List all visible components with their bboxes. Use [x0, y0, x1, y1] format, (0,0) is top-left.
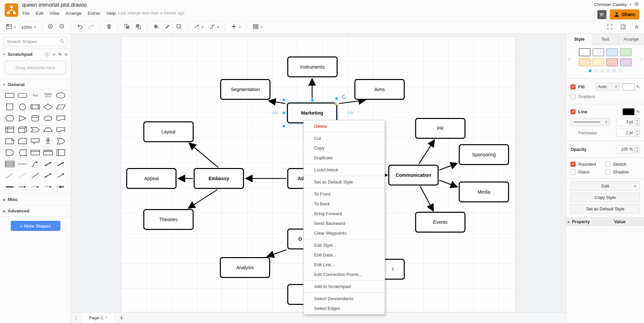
shape-trapezoid[interactable] [42, 126, 54, 134]
line-style-select[interactable]: ▼ [571, 118, 610, 126]
perimeter-stepper[interactable]: ▲▼ [635, 129, 640, 137]
style-preset-3[interactable] [606, 48, 618, 56]
shape-cube[interactable] [16, 126, 29, 134]
shape-or[interactable] [54, 137, 67, 145]
scratchpad-drop-zone[interactable]: Drag elements here [5, 60, 66, 75]
line-width-stepper[interactable]: ▲▼ [635, 118, 640, 126]
shape-step[interactable] [29, 126, 42, 134]
context-menu-item-add-to-scratchpad[interactable]: Add to Scratchpad [304, 282, 385, 291]
set-as-default-style-button[interactable]: Set as Default Style [571, 204, 640, 213]
tab-text[interactable]: Text [592, 34, 618, 44]
shape-callout[interactable] [29, 137, 42, 145]
shadow-button[interactable] [174, 22, 184, 32]
shape-diamond[interactable] [42, 103, 54, 111]
shape-bidirectional-arrow[interactable] [42, 160, 54, 168]
context-menu-item-copy[interactable]: Copy [304, 143, 385, 153]
diagram-node-analysis[interactable]: Analysis [220, 257, 270, 278]
fill-color-swatch[interactable] [623, 83, 635, 90]
context-menu-item-clear-waypoints[interactable]: Clear Waypoints [304, 228, 385, 238]
context-menu-item-delete[interactable]: Delete [304, 121, 385, 131]
line-checkbox[interactable] [571, 109, 576, 114]
advanced-section-header[interactable]: ▶ Advanced [0, 205, 71, 216]
comments-icon[interactable] [597, 10, 606, 19]
shape-cylinder[interactable] [29, 114, 42, 122]
context-menu-item-cut[interactable]: Cut [304, 133, 385, 143]
menu-view[interactable]: View [47, 10, 62, 17]
preset-page-dot-4[interactable] [607, 69, 610, 72]
diagram-node-events[interactable]: Events [415, 212, 465, 233]
edge-handle-icon[interactable] [282, 98, 286, 102]
context-menu-item-edit-style[interactable]: Edit Style... [304, 240, 385, 250]
add-page-icon[interactable]: + [115, 313, 128, 323]
format-panel-button[interactable] [618, 23, 628, 32]
fill-checkbox[interactable] [571, 84, 576, 89]
edit-button[interactable]: Edit▼ [571, 181, 640, 191]
pages-menu-icon[interactable]: ⋮ [71, 313, 81, 323]
shape-arrow[interactable] [54, 160, 67, 168]
menu-arrange[interactable]: Arrange [62, 10, 85, 17]
diagram-node-theories[interactable]: Theories [143, 209, 194, 230]
context-menu-item-duplicate[interactable]: Duplicate [304, 153, 385, 163]
shape-cloud[interactable] [42, 114, 54, 122]
direction-arrow-icon[interactable] [271, 110, 279, 117]
shape-link[interactable] [3, 183, 16, 191]
context-menu-item-to-back[interactable]: To Back [304, 199, 385, 209]
tab-style[interactable]: Style [566, 34, 592, 45]
shape-circle[interactable] [16, 103, 29, 111]
style-preset-5[interactable] [579, 58, 590, 66]
diagram-node-embassy[interactable]: Embassy [194, 168, 244, 189]
connection-button[interactable]: ▼ [192, 22, 206, 32]
context-menu-item-lock-unlock[interactable]: Lock/Unlock [304, 165, 385, 175]
style-preset-7[interactable] [606, 58, 618, 66]
shape-hexagon[interactable] [3, 114, 16, 122]
fullscreen-button[interactable] [605, 23, 614, 32]
preset-page-dot-6[interactable] [619, 69, 622, 72]
add-icon[interactable]: + [52, 51, 55, 57]
shape-note[interactable] [3, 137, 16, 145]
edge-handle-icon[interactable] [311, 98, 314, 102]
opacity-stepper[interactable]: ▲▼ [635, 145, 640, 153]
preset-page-dot-3[interactable] [601, 69, 604, 72]
context-menu-item-set-as-default-style[interactable]: Set as Default Style [304, 177, 385, 187]
shape-data-storage[interactable] [16, 149, 29, 157]
eyedropper-icon[interactable]: ✎ [636, 84, 640, 89]
shape-directional-connector[interactable] [54, 171, 67, 179]
shape-list[interactable] [3, 160, 16, 168]
diagram-node-pr[interactable]: PR [415, 118, 465, 139]
insert-button[interactable]: ▼ [229, 22, 243, 32]
style-preset-6[interactable] [593, 58, 604, 66]
presets-prev-icon[interactable]: ‹ [568, 56, 570, 62]
shape-dashed-edge-2[interactable] [42, 183, 54, 191]
shape-ellipse[interactable] [54, 91, 67, 99]
shape-dashed-line[interactable] [3, 171, 16, 179]
shape-curve[interactable] [29, 160, 42, 168]
misc-section-header[interactable]: ▶ Misc [0, 194, 71, 205]
user-menu-chevron-icon[interactable]: ▼ [629, 3, 632, 6]
style-preset-4[interactable] [620, 48, 632, 56]
shape-triangle[interactable] [16, 114, 29, 122]
search-shapes-input[interactable] [4, 37, 67, 46]
preset-page-dot-5[interactable] [613, 69, 616, 72]
context-menu-item-edit-connection-points[interactable]: Edit Connection Points... [304, 270, 385, 279]
help-icon[interactable]: ? [45, 52, 49, 56]
shape-dotted-line[interactable] [16, 171, 29, 179]
context-menu-item-to-front[interactable]: To Front [304, 189, 385, 199]
diagram-node-segmentation[interactable]: Segmentation [220, 79, 270, 100]
diagram-node-aims[interactable]: Aims [354, 79, 405, 100]
shape-rectangle[interactable] [3, 91, 16, 99]
eyedropper-icon[interactable]: ✎ [636, 109, 640, 114]
shape-container-vertical[interactable] [54, 149, 67, 157]
menu-help[interactable]: Help [103, 10, 119, 17]
fill-color-button[interactable] [151, 22, 161, 32]
context-menu-item-edit-data[interactable]: Edit Data... [304, 250, 385, 260]
shape-rounded-rectangle[interactable] [16, 91, 29, 99]
tab-arrange[interactable]: Arrange [618, 34, 644, 44]
edge-handle-icon[interactable] [282, 124, 286, 128]
shape-edge-with-box[interactable] [54, 183, 67, 191]
diagram-node-appeal[interactable]: Appeal [126, 168, 177, 189]
sketch-checkbox[interactable] [605, 162, 610, 167]
to-front-button[interactable] [122, 22, 132, 32]
context-menu-item-select-descendants[interactable]: Select Descendants [304, 294, 385, 304]
copy-style-button[interactable]: Copy Style [571, 193, 640, 202]
table-button[interactable]: ▼ [251, 22, 265, 32]
